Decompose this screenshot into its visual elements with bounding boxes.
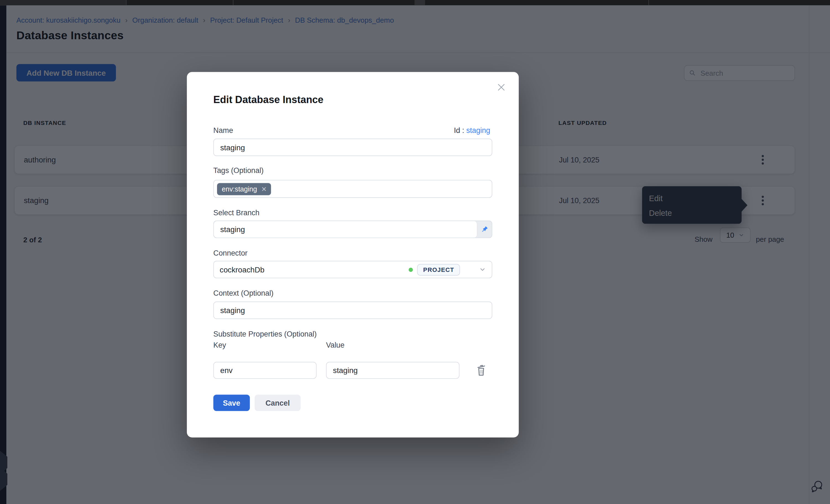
connector-label: Connector <box>214 249 248 257</box>
tab-separator <box>233 0 233 5</box>
key-label: Key <box>214 341 226 349</box>
status-dot <box>409 267 413 272</box>
substitute-value-input[interactable] <box>326 362 459 379</box>
tab-separator <box>126 0 127 5</box>
cancel-button[interactable]: Cancel <box>255 395 301 411</box>
connector-value: cockroachDb <box>220 265 264 274</box>
branch-select[interactable]: staging <box>214 221 492 238</box>
screen: Account: kurosakiichigo.songoku › Organi… <box>0 0 830 504</box>
branch-label: Select Branch <box>214 208 260 217</box>
close-icon[interactable] <box>496 82 507 93</box>
pin-branch-button[interactable] <box>476 221 492 237</box>
connector-scope-badge: PROJECT <box>417 264 460 275</box>
trash-icon <box>475 363 488 377</box>
value-label: Value <box>326 341 345 349</box>
id-value-link[interactable]: staging <box>466 126 490 135</box>
branch-value: staging <box>214 221 477 237</box>
edit-db-instance-modal: Edit Database Instance Name Id : staging… <box>187 72 519 437</box>
name-input[interactable] <box>214 139 492 156</box>
pushpin-icon <box>480 225 488 234</box>
browser-tab <box>0 0 126 5</box>
instance-id: Id : staging <box>454 126 490 135</box>
chevron-down-icon <box>479 266 486 273</box>
tab-separator <box>648 0 649 5</box>
connector-select[interactable]: cockroachDb PROJECT <box>214 261 492 278</box>
substitute-properties-label: Substitute Properties (Optional) <box>214 330 317 338</box>
modal-title: Edit Database Instance <box>214 94 323 106</box>
substitute-key-input[interactable] <box>214 362 317 379</box>
tags-label: Tags (Optional) <box>214 166 264 175</box>
tag-remove-icon[interactable]: ✕ <box>261 185 267 193</box>
context-label: Context (Optional) <box>214 289 274 297</box>
name-label: Name <box>214 126 233 135</box>
id-label: Id : <box>454 126 464 135</box>
save-button[interactable]: Save <box>214 395 250 411</box>
remove-property-button[interactable] <box>475 363 488 377</box>
browser-chrome-bar <box>0 0 830 5</box>
tags-input[interactable]: env:staging ✕ <box>214 180 492 198</box>
browser-tab-edge <box>414 0 425 5</box>
tag-chip-text: env:staging <box>222 185 257 193</box>
context-input[interactable] <box>214 301 492 319</box>
tag-chip: env:staging ✕ <box>217 182 271 195</box>
